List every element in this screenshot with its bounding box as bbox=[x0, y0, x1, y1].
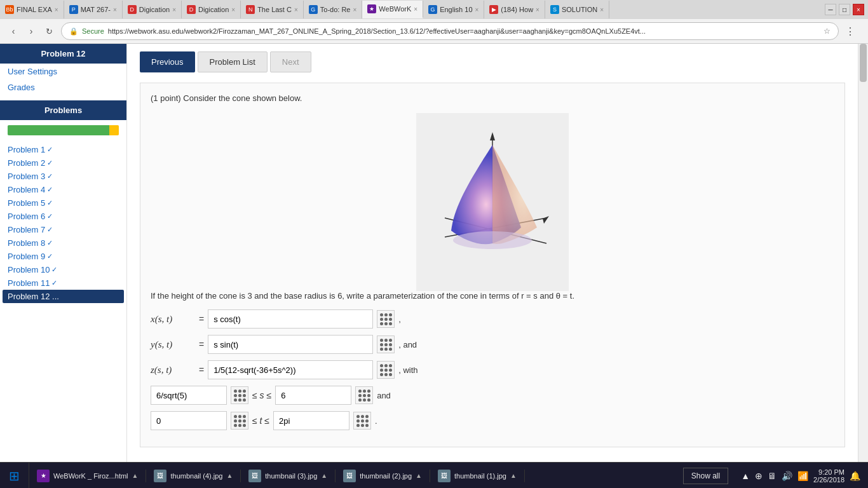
tray-icon-1[interactable]: ▲ bbox=[741, 471, 750, 481]
taskbar-item-thumb4[interactable]: 🖼 thumbnail (4).jpg ▲ bbox=[146, 470, 241, 482]
extensions-btn[interactable]: ⋮ bbox=[843, 24, 858, 39]
s-lower-grid-button[interactable] bbox=[231, 386, 248, 404]
s-lower-grid-icon bbox=[234, 390, 246, 402]
x-input[interactable] bbox=[208, 309, 373, 329]
back-button[interactable]: ‹ bbox=[5, 23, 22, 39]
url-bar[interactable]: 🔒 Secure https://webwork.asu.edu/webwork… bbox=[61, 22, 839, 40]
tab-webwork[interactable]: ★ WeBWorK × bbox=[362, 1, 423, 18]
t-leq-text: ≤ t ≤ bbox=[252, 416, 269, 426]
progress-fill bbox=[8, 125, 109, 135]
t-lower-input[interactable] bbox=[151, 411, 227, 430]
notification-icon[interactable]: 🔔 bbox=[850, 471, 860, 481]
sidebar-user-settings[interactable]: User Settings bbox=[0, 64, 126, 79]
sidebar-item-problem12[interactable]: Problem 12 ... bbox=[3, 290, 124, 303]
t-lower-grid-icon bbox=[234, 415, 246, 427]
tab-bb[interactable]: Bb FINAL EXA × bbox=[0, 1, 64, 18]
tab-g[interactable]: G To-do: Re × bbox=[304, 1, 363, 18]
sidebar-item-problem4[interactable]: Problem 4 ✓ bbox=[0, 183, 126, 196]
clock[interactable]: 9:20 PM 2/26/2018 bbox=[813, 468, 844, 484]
problem-box: (1 point) Consider the cone shown below. bbox=[140, 83, 845, 447]
problem3-label: Problem 3 bbox=[8, 172, 45, 181]
tray-ie-icon[interactable]: ⊕ bbox=[755, 471, 763, 481]
start-button[interactable]: ⊞ bbox=[0, 463, 29, 489]
tab-d1[interactable]: D Digication × bbox=[123, 1, 182, 18]
z-grid-button[interactable] bbox=[377, 361, 395, 379]
problem-text: (1 point) Consider the cone shown below. bbox=[151, 93, 834, 103]
tray-network-icon[interactable]: 🖥 bbox=[768, 471, 776, 481]
s-lower-input[interactable] bbox=[151, 386, 227, 405]
tab-bar: Bb FINAL EXA × P MAT 267- × D Digication… bbox=[0, 0, 868, 19]
maximize-btn[interactable]: □ bbox=[839, 4, 850, 15]
sidebar-item-problem10[interactable]: Problem 10 ✓ bbox=[0, 263, 126, 276]
scrollbar-thumb[interactable] bbox=[860, 44, 867, 82]
tab-english[interactable]: G English 10 × bbox=[423, 1, 484, 18]
forward-button[interactable]: › bbox=[23, 23, 39, 39]
tab-youtube[interactable]: ▶ (184) How × bbox=[484, 1, 545, 18]
tab-icon-n: N bbox=[246, 5, 255, 14]
sidebar-grades[interactable]: Grades bbox=[0, 79, 126, 95]
tab-p[interactable]: P MAT 267- × bbox=[64, 1, 123, 18]
sidebar-item-problem7[interactable]: Problem 7 ✓ bbox=[0, 223, 126, 236]
sidebar-item-problem9[interactable]: Problem 9 ✓ bbox=[0, 250, 126, 263]
close-tab-p[interactable]: × bbox=[113, 6, 117, 13]
tab-icon-english: G bbox=[428, 5, 437, 14]
s-upper-grid-icon bbox=[358, 390, 370, 402]
tab-label-solution: SOLUTION bbox=[562, 6, 597, 13]
next-button[interactable]: Next bbox=[270, 51, 311, 72]
sidebar-item-problem6[interactable]: Problem 6 ✓ bbox=[0, 210, 126, 223]
t-upper-grid-button[interactable] bbox=[353, 412, 371, 430]
close-tab-d1[interactable]: × bbox=[172, 6, 176, 13]
sidebar: Problem 12 User Settings Grades Problems… bbox=[0, 44, 127, 462]
sidebar-item-problem11[interactable]: Problem 11 ✓ bbox=[0, 276, 126, 290]
x-label: x(s, t) bbox=[151, 314, 195, 325]
sidebar-item-problem3[interactable]: Problem 3 ✓ bbox=[0, 170, 126, 183]
t-upper-input[interactable] bbox=[273, 411, 349, 430]
tab-n[interactable]: N The Last C × bbox=[241, 1, 304, 18]
taskbar-item-thumb1[interactable]: 🖼 thumbnail (1).jpg ▲ bbox=[430, 470, 525, 482]
main-layout: Problem 12 User Settings Grades Problems… bbox=[0, 44, 868, 462]
problem2-check: ✓ bbox=[47, 159, 53, 167]
taskbar-item-thumb2[interactable]: 🖼 thumbnail (2).jpg ▲ bbox=[336, 470, 430, 482]
sidebar-item-problem5[interactable]: Problem 5 ✓ bbox=[0, 196, 126, 210]
previous-button[interactable]: Previous bbox=[140, 51, 195, 72]
s-upper-grid-button[interactable] bbox=[355, 386, 373, 404]
x-grid-button[interactable] bbox=[377, 310, 395, 328]
close-tab-youtube[interactable]: × bbox=[536, 6, 539, 13]
main-content: Previous Problem List Next (1 point) Con… bbox=[127, 44, 858, 462]
taskbar-item-webwork[interactable]: ★ WeBWorK _ Firoz...html ▲ bbox=[29, 470, 146, 482]
t-lower-grid-button[interactable] bbox=[231, 412, 248, 430]
scrollbar[interactable] bbox=[858, 44, 868, 462]
problem-list-button[interactable]: Problem List bbox=[198, 51, 268, 72]
y-input[interactable] bbox=[208, 335, 373, 354]
z-input[interactable] bbox=[208, 360, 373, 379]
close-tab-d2[interactable]: × bbox=[231, 6, 235, 13]
equation-text: If the height of the cone is 3 and the b… bbox=[151, 291, 834, 301]
s-upper-input[interactable] bbox=[275, 386, 351, 405]
sidebar-item-problem2[interactable]: Problem 2 ✓ bbox=[0, 156, 126, 170]
secure-icon: 🔒 bbox=[69, 27, 78, 36]
z-equals: = bbox=[199, 365, 204, 375]
close-tab-n[interactable]: × bbox=[294, 6, 298, 13]
close-tab-solution[interactable]: × bbox=[600, 6, 604, 13]
sidebar-item-problem8[interactable]: Problem 8 ✓ bbox=[0, 236, 126, 250]
sidebar-item-problem1[interactable]: Problem 1 ✓ bbox=[0, 143, 126, 156]
close-tab-english[interactable]: × bbox=[475, 6, 479, 13]
close-window-btn[interactable]: × bbox=[853, 4, 864, 15]
tray-volume-icon[interactable]: 🔊 bbox=[782, 471, 792, 481]
taskbar-chevron-thumb4: ▲ bbox=[226, 472, 233, 479]
clock-date: 2/26/2018 bbox=[813, 476, 844, 484]
show-all-button[interactable]: Show all bbox=[683, 468, 728, 484]
minimize-btn[interactable]: ─ bbox=[825, 4, 836, 15]
taskbar-item-thumb3[interactable]: 🖼 thumbnail (3).jpg ▲ bbox=[241, 470, 336, 482]
browser-menu: ⋮ bbox=[843, 24, 863, 39]
tab-d2[interactable]: D Digication × bbox=[182, 1, 241, 18]
tray-wifi-icon[interactable]: 📶 bbox=[797, 471, 808, 481]
tab-solution[interactable]: S SOLUTION × bbox=[545, 1, 609, 18]
close-tab-g[interactable]: × bbox=[353, 6, 356, 13]
close-tab-bb[interactable]: × bbox=[55, 6, 58, 13]
tab-icon-g: G bbox=[309, 5, 318, 14]
close-tab-webwork[interactable]: × bbox=[414, 6, 417, 13]
refresh-button[interactable]: ↻ bbox=[41, 23, 57, 39]
y-grid-button[interactable] bbox=[377, 336, 395, 353]
bookmark-icon[interactable]: ☆ bbox=[824, 27, 831, 36]
